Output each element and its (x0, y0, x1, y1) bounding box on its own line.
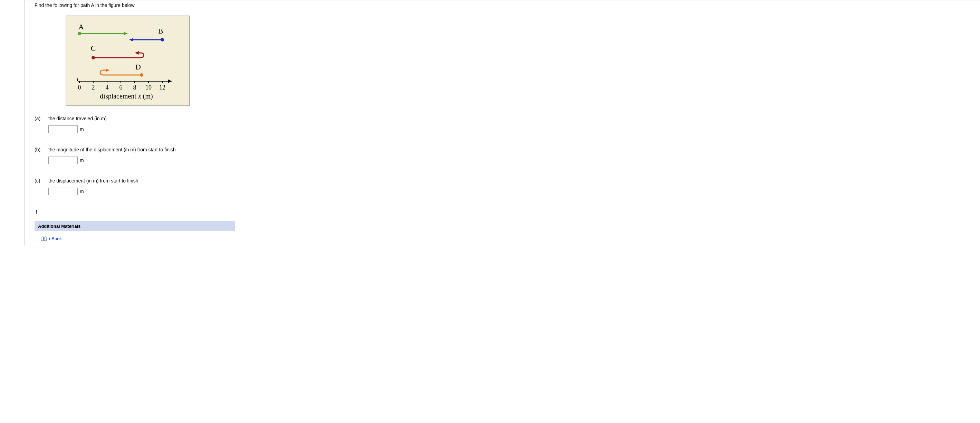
part-b-unit: m (80, 158, 84, 163)
ebook-icon (41, 236, 47, 241)
part-c-text: the displacement (in m) from start to fi… (48, 178, 980, 184)
part-b-text: the magnitude of the displacement (in m)… (48, 147, 980, 152)
svg-rect-25 (43, 237, 44, 241)
part-b-label: (b) (35, 147, 48, 152)
part-c-input[interactable] (48, 188, 78, 195)
part-a: (a) the distance traveled (in m) m (35, 116, 980, 133)
additional-materials-header: Additional Materials (35, 221, 235, 231)
axis-label: displacement x (m) (100, 92, 153, 100)
dagger-footnote: † (35, 209, 980, 214)
part-b-input[interactable] (48, 156, 78, 164)
tick-4: 4 (106, 84, 109, 91)
part-a-input[interactable] (48, 125, 78, 133)
path-a-label: A (78, 22, 84, 31)
ebook-link[interactable]: eBook (49, 236, 62, 241)
tick-12: 12 (159, 84, 165, 91)
tick-2: 2 (92, 84, 95, 91)
question-intro: Find the following for path A in the fig… (35, 2, 980, 8)
part-a-unit: m (80, 126, 84, 132)
figure: 0 2 4 6 8 10 12 displacement x (m) A (65, 16, 980, 106)
part-b: (b) the magnitude of the displacement (i… (35, 147, 980, 164)
path-b-label: B (158, 27, 163, 35)
path-c-label: C (91, 44, 96, 53)
part-c: (c) the displacement (in m) from start t… (35, 178, 980, 195)
tick-0: 0 (78, 84, 81, 91)
part-c-unit: m (80, 189, 84, 194)
tick-8: 8 (133, 84, 137, 91)
part-c-label: (c) (35, 178, 48, 184)
part-a-text: the distance traveled (in m) (48, 116, 980, 121)
path-d-label: D (135, 62, 141, 71)
tick-10: 10 (145, 84, 151, 91)
tick-6: 6 (119, 84, 123, 91)
part-a-label: (a) (35, 116, 48, 121)
